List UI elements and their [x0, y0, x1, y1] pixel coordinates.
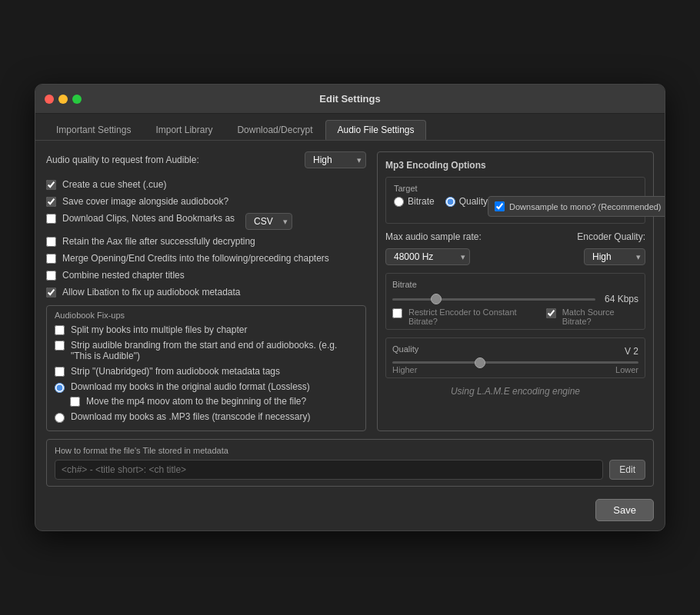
audio-quality-dropdown[interactable]: High	[305, 151, 366, 168]
checkbox-retain-aax: Retain the Aax file after successfully d…	[46, 236, 366, 247]
fix-metadata-label: Allow Libation to fix up audiobook metad…	[62, 287, 241, 298]
downsample-checkbox[interactable]	[495, 201, 505, 211]
mp3-radio[interactable]	[55, 413, 65, 423]
traffic-lights	[45, 95, 82, 104]
target-label: Target	[394, 184, 637, 193]
checkbox-combine-chapters: Combine nested chapter titles	[46, 270, 366, 281]
strip-branding-checkbox[interactable]	[55, 341, 65, 351]
retain-aax-label: Retain the Aax file after successfully d…	[62, 236, 255, 247]
target-radio-group: Bitrate Quality	[394, 196, 488, 207]
save-button[interactable]: Save	[595, 499, 654, 521]
tab-import-library[interactable]: Import Library	[144, 120, 224, 140]
clips-format-dropdown-wrapper: CSV	[245, 213, 292, 230]
merge-credits-checkbox[interactable]	[46, 254, 56, 264]
title-format-label: How to format the file's Tile stored in …	[55, 446, 645, 455]
bitrate-options: Restrict Encoder to Constant Bitrate? Ma…	[392, 308, 638, 326]
audio-quality-label: Audio quality to request from Audible:	[46, 155, 199, 165]
cover-image-checkbox[interactable]	[46, 197, 56, 207]
tab-download-decrypt[interactable]: Download/Decrypt	[225, 120, 324, 140]
fixup-strip-unabridged: Strip "(Unabridged)" from audiobook meta…	[55, 366, 358, 377]
encoder-quality-label: Encoder Quality:	[577, 231, 645, 242]
lossless-label: Download my books in the original audio …	[71, 381, 310, 392]
bitrate-slider-row: 64 Kbps	[392, 294, 638, 304]
bitrate-value: 64 Kbps	[600, 294, 638, 304]
fixup-strip-branding: Strip audible branding from the start an…	[55, 340, 358, 361]
main-content: Audio quality to request from Audible: H…	[35, 141, 665, 439]
strip-unabridged-checkbox[interactable]	[55, 367, 65, 377]
mp3-title: Mp3 Encoding Options	[385, 160, 645, 171]
bitrate-radio-item: Bitrate	[394, 196, 435, 207]
audio-quality-dropdown-wrapper: High	[305, 151, 366, 168]
combine-chapters-checkbox[interactable]	[46, 271, 56, 281]
quality-radio-label: Quality	[459, 196, 488, 207]
restrict-encoder-row: Restrict Encoder to Constant Bitrate?	[392, 308, 537, 326]
moov-option: Move the mp4 moov atom to the beginning …	[55, 396, 358, 407]
title-format-input[interactable]	[55, 460, 603, 480]
combine-chapters-label: Combine nested chapter titles	[62, 270, 185, 281]
moov-checkbox-row: Move the mp4 moov atom to the beginning …	[70, 396, 358, 407]
bitrate-radio-label: Bitrate	[408, 196, 435, 207]
quality-section: Quality V 2 Higher Lower	[385, 337, 645, 378]
radio-lossless: Download my books in the original audio …	[55, 381, 358, 393]
edit-button[interactable]: Edit	[609, 460, 645, 480]
split-chapters-checkbox[interactable]	[55, 325, 65, 335]
fixups-section: Audiobook Fix-ups Split my books into mu…	[46, 305, 366, 431]
tab-audio-file-settings[interactable]: Audio File Settings	[325, 120, 425, 140]
titlebar: Edit Settings	[35, 85, 665, 114]
bitrate-slider[interactable]	[392, 298, 595, 301]
match-bitrate-checkbox[interactable]	[546, 308, 556, 318]
quality-header: Quality V 2	[392, 344, 638, 358]
encoder-quality-dropdown-wrapper: High	[584, 248, 645, 265]
moov-label: Move the mp4 moov atom to the beginning …	[86, 396, 306, 407]
maximize-button[interactable]	[72, 95, 82, 104]
window-title: Edit Settings	[319, 93, 380, 105]
fix-metadata-checkbox[interactable]	[46, 288, 56, 298]
radio-mp3: Download my books as .MP3 files (transco…	[55, 411, 358, 423]
close-button[interactable]	[45, 95, 54, 104]
merge-credits-label: Merge Opening/End Credits into the follo…	[62, 253, 329, 264]
title-format-box: How to format the file's Tile stored in …	[46, 439, 654, 487]
checkbox-cue-sheet: Create a cue sheet (.cue)	[46, 179, 366, 190]
clips-format-dropdown[interactable]: CSV	[245, 213, 292, 230]
quality-radio[interactable]	[445, 197, 455, 207]
retain-aax-checkbox[interactable]	[46, 237, 56, 247]
footer: Save	[35, 493, 665, 530]
clips-notes-label: Download Clips, Notes and Bookmarks as	[62, 213, 235, 224]
encoder-quality-dropdown[interactable]: High	[584, 248, 645, 265]
match-bitrate-row: Match Source Bitrate?	[546, 308, 638, 326]
downsample-box: Downsample to mono? (Recommended)	[488, 196, 665, 217]
lossless-radio[interactable]	[55, 383, 65, 393]
quality-radio-item: Quality	[445, 196, 488, 207]
checkbox-clips-notes: Download Clips, Notes and Bookmarks as C…	[46, 213, 366, 230]
split-chapters-label: Split my books into multiple files by ch…	[71, 324, 247, 335]
checkbox-fix-metadata: Allow Libation to fix up audiobook metad…	[46, 287, 366, 298]
moov-checkbox[interactable]	[70, 397, 80, 407]
left-panel: Audio quality to request from Audible: H…	[46, 151, 366, 431]
downsample-label: Downsample to mono? (Recommended)	[509, 202, 661, 211]
main-window: Edit Settings Important Settings Import …	[35, 84, 665, 531]
quality-slider[interactable]	[392, 361, 638, 364]
quality-slider-row	[392, 361, 638, 364]
mp3-section: Mp3 Encoding Options Target Bitrate	[377, 151, 654, 431]
sample-rate-row: Max audio sample rate: Encoder Quality:	[385, 231, 645, 242]
checkbox-merge-credits: Merge Opening/End Credits into the follo…	[46, 253, 366, 264]
bitrate-section-title: Bitrate	[392, 280, 638, 289]
tab-important-settings[interactable]: Important Settings	[45, 120, 142, 140]
bottom-section: How to format the file's Tile stored in …	[35, 439, 665, 493]
audio-quality-row: Audio quality to request from Audible: H…	[46, 151, 366, 168]
clips-notes-checkbox[interactable]	[46, 214, 56, 224]
title-format-input-row: Edit	[55, 460, 645, 480]
higher-label: Higher	[392, 365, 417, 374]
strip-unabridged-label: Strip "(Unabridged)" from audiobook meta…	[71, 366, 280, 377]
bitrate-radio[interactable]	[394, 197, 404, 207]
cue-sheet-checkbox[interactable]	[46, 180, 56, 190]
restrict-encoder-checkbox[interactable]	[392, 308, 402, 318]
lame-note: Using L.A.M.E encoding engine	[385, 386, 645, 397]
sample-rate-dropdown[interactable]: 48000 Hz	[385, 248, 470, 265]
quality-value: V 2	[600, 346, 638, 357]
right-panel: Mp3 Encoding Options Target Bitrate	[377, 151, 654, 431]
sample-rate-dropdown-wrapper: 48000 Hz	[385, 248, 470, 265]
strip-branding-label: Strip audible branding from the start an…	[71, 340, 358, 361]
selects-row: 48000 Hz High	[385, 248, 645, 265]
minimize-button[interactable]	[58, 95, 68, 104]
